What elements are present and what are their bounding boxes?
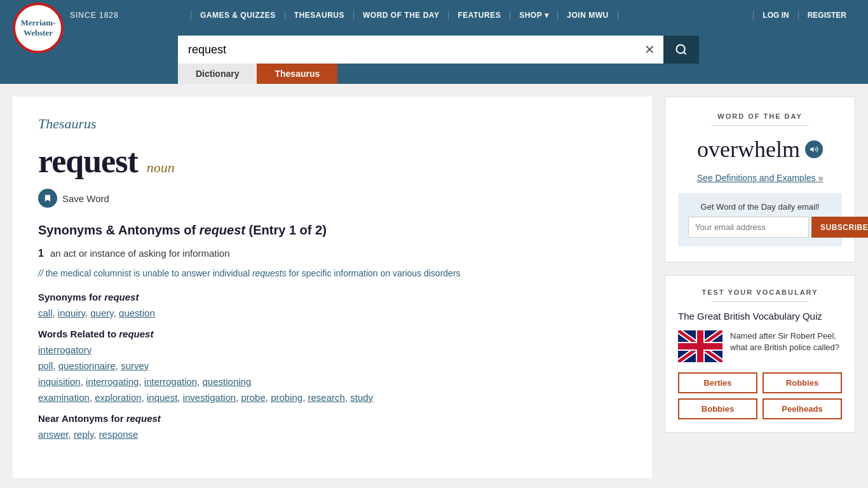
synonym-question[interactable]: question: [119, 308, 155, 318]
antonym-answer[interactable]: answer: [38, 429, 69, 440]
near-antonyms-label: Near Antonyms for request: [38, 413, 627, 424]
email-label: Get Word of the Day daily email!: [688, 202, 832, 212]
related-interrogating[interactable]: interrogating: [86, 376, 139, 387]
svg-rect-11: [678, 343, 722, 349]
sound-icon[interactable]: [805, 140, 823, 158]
related-exploration[interactable]: exploration: [95, 392, 141, 403]
related-group-4: examination, exploration, inquest, inves…: [38, 392, 627, 403]
wotd-label: WORD OF THE DAY: [678, 112, 842, 120]
sidebar: WORD OF THE DAY overwhelm See Definition…: [665, 97, 855, 478]
synonyms-list: call, inquiry, query, question: [38, 308, 627, 318]
synonyms-antonyms-header: Synonyms & Antonyms of request (Entry 1 …: [38, 223, 627, 238]
email-input[interactable]: [688, 217, 809, 238]
header-top: Merriam-Webster SINCE 1828 GAMES & QUIZZ…: [0, 0, 868, 30]
main-nav: GAMES & QUIZZES THESAURUS WORD OF THE DA…: [191, 11, 740, 20]
save-word-row: Save Word: [38, 189, 627, 208]
auth-links: LOG IN REGISTER: [753, 11, 855, 20]
content-area: Thesaurus request noun Save Word Synonym…: [13, 97, 652, 478]
antonym-response[interactable]: response: [99, 429, 139, 440]
related-survey[interactable]: survey: [121, 360, 149, 371]
synonyms-section-label: Synonyms for request: [38, 292, 627, 302]
svg-line-1: [684, 52, 686, 55]
quiz-title: The Great British Vocabulary Quiz: [678, 311, 842, 322]
logo[interactable]: Merriam-Webster: [13, 3, 64, 53]
uk-flag-image: [678, 330, 722, 362]
related-group-3: inquisition, interrogating, interrogatio…: [38, 376, 627, 387]
synonym-inquiry[interactable]: inquiry: [58, 308, 85, 318]
subscribe-button[interactable]: SUBSCRIBE: [811, 217, 868, 238]
answer-peelheads[interactable]: Peelheads: [763, 398, 842, 419]
vocab-quiz-card: TEST YOUR VOCABULARY The Great British V…: [665, 275, 855, 433]
register-link[interactable]: REGISTER: [798, 11, 855, 20]
related-inquest[interactable]: inquest: [147, 392, 177, 403]
search-button[interactable]: [663, 36, 699, 64]
vocab-divider: [711, 301, 810, 302]
near-antonyms-list: answer, reply, response: [38, 429, 627, 440]
wotd-word: overwhelm: [678, 136, 842, 163]
main-container: Thesaurus request noun Save Word Synonym…: [0, 84, 868, 488]
search-input[interactable]: [178, 36, 635, 64]
related-interrogation[interactable]: interrogation: [144, 376, 197, 387]
quiz-answers: Berties Robbies Bobbies Peelheads: [678, 372, 842, 419]
test-vocabulary-label: TEST YOUR VOCABULARY: [678, 288, 842, 296]
tab-thesaurus[interactable]: Thesaurus: [257, 64, 337, 84]
nav-thesaurus[interactable]: THESAURUS: [285, 11, 354, 20]
part-of-speech: noun: [147, 159, 175, 175]
search-bar-wrapper: ✕: [178, 36, 699, 64]
related-section-label: Words Related to request: [38, 329, 627, 339]
answer-robbies[interactable]: Robbies: [763, 372, 842, 393]
answer-bobbies[interactable]: Bobbies: [678, 398, 757, 419]
bookmark-icon[interactable]: [38, 189, 57, 208]
search-icon: [675, 43, 688, 56]
related-inquisition[interactable]: inquisition: [38, 376, 81, 387]
usage-example: // the medical columnist is unable to an…: [38, 267, 627, 280]
synonym-call[interactable]: call: [38, 308, 53, 318]
email-signup: Get Word of the Day daily email! SUBSCRI…: [678, 193, 842, 247]
related-probe[interactable]: probe: [241, 392, 265, 403]
entry-word: request: [38, 143, 138, 179]
related-group-1: interrogatory: [38, 344, 627, 355]
wotd-card: WORD OF THE DAY overwhelm See Definition…: [665, 97, 855, 262]
header-tabs: Dictionary Thesaurus: [0, 64, 868, 84]
related-group-2: poll, questionnaire, survey: [38, 360, 627, 371]
quiz-content-row: Named after Sir Robert Peel, what are Br…: [678, 330, 842, 362]
nav-features[interactable]: FEATURES: [449, 11, 510, 20]
answer-berties[interactable]: Berties: [678, 372, 757, 393]
svg-point-0: [677, 45, 685, 53]
wotd-divider: [711, 125, 810, 126]
section-label: Thesaurus: [38, 116, 627, 132]
related-investigation[interactable]: investigation: [183, 392, 236, 403]
nav-games-quizzes[interactable]: GAMES & QUIZZES: [191, 11, 285, 20]
related-questioning[interactable]: questioning: [203, 376, 252, 387]
related-poll[interactable]: poll: [38, 360, 53, 371]
login-link[interactable]: LOG IN: [753, 11, 797, 20]
related-interrogatory[interactable]: interrogatory: [38, 344, 92, 355]
synonym-query[interactable]: query: [90, 308, 113, 318]
svg-marker-2: [810, 147, 813, 152]
related-probing[interactable]: probing: [271, 392, 302, 403]
logo-area: Merriam-Webster SINCE 1828: [13, 0, 178, 41]
nav-shop[interactable]: SHOP ▾: [510, 11, 558, 20]
entry-definition: 1 an act or instance of asking for infor…: [38, 248, 627, 259]
save-word-button[interactable]: Save Word: [62, 193, 109, 204]
since-label: SINCE 1828: [70, 11, 119, 20]
antonym-reply[interactable]: reply: [74, 429, 93, 440]
word-header: request noun: [38, 142, 627, 180]
wotd-see-definitions-link[interactable]: See Definitions and Examples »: [678, 173, 842, 183]
quiz-question: Named after Sir Robert Peel, what are Br…: [730, 330, 842, 353]
related-study[interactable]: study: [350, 392, 373, 403]
clear-search-button[interactable]: ✕: [635, 36, 663, 64]
related-research[interactable]: research: [308, 392, 345, 403]
tab-dictionary[interactable]: Dictionary: [178, 64, 257, 84]
related-examination[interactable]: examination: [38, 392, 90, 403]
nav-join-mwu[interactable]: JOIN MWU: [558, 11, 618, 20]
related-questionnaire[interactable]: questionnaire: [58, 360, 116, 371]
nav-word-of-the-day[interactable]: WORD OF THE DAY: [354, 11, 449, 20]
